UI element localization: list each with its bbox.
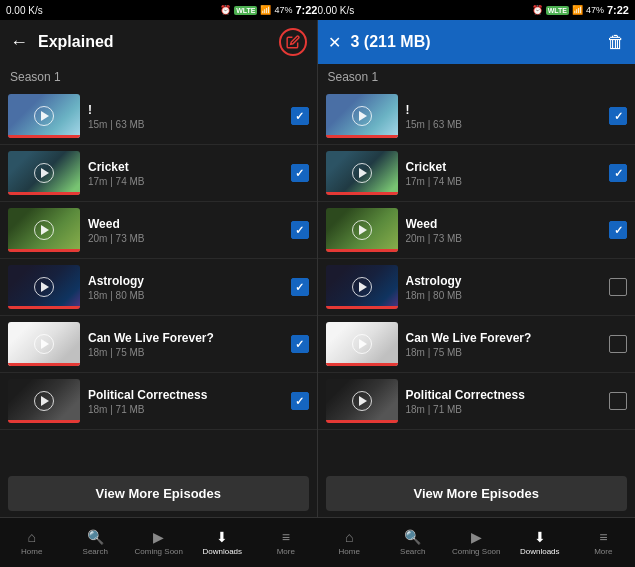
- episode-meta: 17m | 74 MB: [406, 176, 602, 187]
- nav-label-more: More: [277, 547, 295, 556]
- nav-item-home[interactable]: ⌂Home: [318, 518, 382, 567]
- episode-thumbnail[interactable]: [8, 151, 80, 195]
- right-episodes-list: !15m | 63 MBCricket17m | 74 MBWeed20m | …: [318, 88, 636, 470]
- nav-label-more: More: [594, 547, 612, 556]
- episode-thumbnail[interactable]: [8, 208, 80, 252]
- episode-title: Cricket: [88, 160, 283, 174]
- nav-item-coming-soon[interactable]: ▶Coming Soon: [127, 518, 191, 567]
- signal-icon-right: 📶: [572, 5, 583, 15]
- episode-thumbnail[interactable]: [8, 94, 80, 138]
- episode-checkbox[interactable]: [291, 335, 309, 353]
- back-button[interactable]: ←: [10, 32, 28, 53]
- episode-meta: 18m | 80 MB: [406, 290, 602, 301]
- episode-meta: 18m | 71 MB: [88, 404, 283, 415]
- nav-item-search[interactable]: 🔍Search: [64, 518, 128, 567]
- episode-item: Astrology18m | 80 MB: [0, 259, 317, 316]
- right-view-more-button[interactable]: View More Episodes: [326, 476, 628, 511]
- left-episodes-list: !15m | 63 MBCricket17m | 74 MBWeed20m | …: [0, 88, 317, 470]
- network-speed-right: 0.00 K/s: [318, 5, 355, 16]
- episode-item: Political Correctness18m | 71 MB: [318, 373, 636, 430]
- nav-icon-more: ≡: [599, 529, 607, 545]
- episode-meta: 15m | 63 MB: [406, 119, 602, 130]
- episode-info: Astrology18m | 80 MB: [398, 274, 610, 301]
- bottom-nav-right: ⌂Home🔍Search▶Coming Soon⬇Downloads≡More: [318, 518, 636, 567]
- episode-thumbnail[interactable]: [8, 265, 80, 309]
- battery-right: 47%: [586, 5, 604, 15]
- nav-icon-downloads: ⬇: [216, 529, 228, 545]
- status-bar-right: 0.00 K/s ⏰ WLTE 📶 47% 7:22: [318, 4, 630, 16]
- episode-checkbox[interactable]: [609, 392, 627, 410]
- episode-thumbnail[interactable]: [326, 208, 398, 252]
- episode-title: Can We Live Forever?: [406, 331, 602, 345]
- panels-container: ← Explained Season 1 !15m | 63 MBCricket…: [0, 20, 635, 517]
- progress-bar: [8, 135, 80, 138]
- play-icon: [34, 277, 54, 297]
- episode-title: Weed: [406, 217, 602, 231]
- bottom-nav-left: ⌂Home🔍Search▶Coming Soon⬇Downloads≡More: [0, 518, 318, 567]
- nav-item-more[interactable]: ≡More: [572, 518, 636, 567]
- nav-item-search[interactable]: 🔍Search: [381, 518, 445, 567]
- nav-label-search: Search: [400, 547, 425, 556]
- edit-button[interactable]: [279, 28, 307, 56]
- episode-item: !15m | 63 MB: [318, 88, 636, 145]
- right-close-button[interactable]: ✕: [328, 33, 341, 52]
- status-time-right: 7:22: [607, 4, 629, 16]
- play-icon: [352, 334, 372, 354]
- episode-checkbox[interactable]: [609, 107, 627, 125]
- nav-icon-home: ⌂: [345, 529, 353, 545]
- nav-label-downloads: Downloads: [202, 547, 242, 556]
- episode-title: Weed: [88, 217, 283, 231]
- episode-thumbnail[interactable]: [8, 379, 80, 423]
- nav-item-more[interactable]: ≡More: [254, 518, 318, 567]
- episode-item: Weed20m | 73 MB: [318, 202, 636, 259]
- episode-checkbox[interactable]: [609, 278, 627, 296]
- episode-item: !15m | 63 MB: [0, 88, 317, 145]
- progress-bar: [326, 192, 398, 195]
- episode-checkbox[interactable]: [291, 164, 309, 182]
- episode-thumbnail[interactable]: [8, 322, 80, 366]
- trash-button[interactable]: 🗑: [607, 32, 625, 53]
- episode-checkbox[interactable]: [291, 392, 309, 410]
- episode-checkbox[interactable]: [609, 335, 627, 353]
- episode-title: !: [88, 103, 283, 117]
- nav-icon-coming-soon: ▶: [153, 529, 164, 545]
- nav-icon-search: 🔍: [87, 529, 104, 545]
- alarm-icon-right: ⏰: [532, 5, 543, 15]
- nav-label-search: Search: [83, 547, 108, 556]
- left-view-more-button[interactable]: View More Episodes: [8, 476, 309, 511]
- episode-info: Cricket17m | 74 MB: [398, 160, 610, 187]
- nav-label-home: Home: [339, 547, 360, 556]
- episode-thumbnail[interactable]: [326, 379, 398, 423]
- nav-icon-downloads: ⬇: [534, 529, 546, 545]
- episode-item: Political Correctness18m | 71 MB: [0, 373, 317, 430]
- nav-item-downloads[interactable]: ⬇Downloads: [508, 518, 572, 567]
- episode-checkbox[interactable]: [291, 107, 309, 125]
- nav-item-coming-soon[interactable]: ▶Coming Soon: [445, 518, 509, 567]
- episode-info: Cricket17m | 74 MB: [80, 160, 291, 187]
- status-icons-right: ⏰ WLTE 📶 47% 7:22: [532, 4, 629, 16]
- bottom-nav: ⌂Home🔍Search▶Coming Soon⬇Downloads≡More …: [0, 517, 635, 567]
- episode-thumbnail[interactable]: [326, 322, 398, 366]
- episode-info: Astrology18m | 80 MB: [80, 274, 291, 301]
- episode-thumbnail[interactable]: [326, 94, 398, 138]
- nav-label-coming-soon: Coming Soon: [452, 547, 500, 556]
- nav-item-downloads[interactable]: ⬇Downloads: [191, 518, 255, 567]
- wlte-badge-right: WLTE: [546, 6, 569, 15]
- right-season-label: Season 1: [318, 64, 636, 88]
- episode-thumbnail[interactable]: [326, 265, 398, 309]
- nav-icon-more: ≡: [282, 529, 290, 545]
- episode-checkbox[interactable]: [291, 278, 309, 296]
- episode-meta: 18m | 80 MB: [88, 290, 283, 301]
- episode-checkbox[interactable]: [291, 221, 309, 239]
- nav-item-home[interactable]: ⌂Home: [0, 518, 64, 567]
- episode-meta: 18m | 71 MB: [406, 404, 602, 415]
- nav-icon-home: ⌂: [28, 529, 36, 545]
- episode-checkbox[interactable]: [609, 221, 627, 239]
- left-season-label: Season 1: [0, 64, 317, 88]
- play-icon: [352, 106, 372, 126]
- episode-thumbnail[interactable]: [326, 151, 398, 195]
- episode-title: Political Correctness: [406, 388, 602, 402]
- right-panel-header: ✕ 3 (211 MB) 🗑: [318, 20, 636, 64]
- episode-item: Can We Live Forever?18m | 75 MB: [0, 316, 317, 373]
- episode-checkbox[interactable]: [609, 164, 627, 182]
